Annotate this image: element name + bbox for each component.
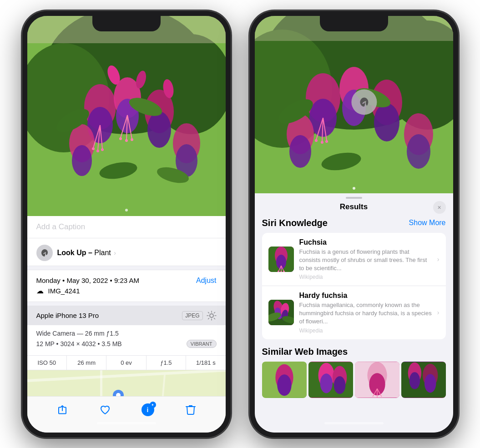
results-content: Siri Knowledge Show More (255, 216, 453, 433)
similar-image-2[interactable] (308, 362, 353, 398)
fuchsia-thumbnail (268, 247, 294, 272)
lens-text: Wide Camera — 26 mm ƒ1.5 (36, 330, 119, 337)
filename: IMG_4241 (48, 287, 80, 295)
similar-image-1[interactable] (262, 362, 307, 398)
svg-point-54 (407, 134, 430, 169)
leaf-icon (36, 245, 53, 261)
fuchsia-chevron: › (437, 256, 440, 263)
results-header: Results × (255, 199, 453, 216)
similar-section: Similar Web Images (262, 347, 446, 398)
aperture-spec: ƒ1.5 (147, 356, 186, 370)
close-button[interactable]: × (433, 201, 446, 214)
photo-area-right[interactable] (255, 16, 453, 193)
metadata-section: Monday • May 30, 2022 • 9:23 AM Adjust ☁… (27, 270, 226, 302)
svg-point-52 (289, 135, 311, 168)
knowledge-card: Fuchsia Fuchsia is a genus of flowering … (262, 233, 446, 339)
svg-point-17 (92, 147, 95, 150)
svg-point-23 (119, 137, 122, 140)
delete-button[interactable] (184, 403, 197, 416)
hardy-chevron: › (437, 309, 440, 316)
specs-row: ISO 50 26 mm 0 ev ƒ1.5 1/181 s (27, 355, 226, 370)
fuchsia-description: Fuchsia is a genus of flowering plants t… (299, 248, 432, 273)
svg-point-97 (409, 372, 420, 389)
iso-spec: ISO 50 (27, 356, 67, 370)
dot-indicator-right (353, 187, 355, 190)
knowledge-item-fuchsia[interactable]: Fuchsia Fuchsia is a genus of flowering … (262, 233, 446, 287)
adjust-button[interactable]: Adjust (196, 277, 216, 285)
knowledge-item-hardy[interactable]: Hardy fuchsia Fuchsia magellanica, commo… (262, 286, 446, 339)
gear-icon[interactable] (207, 311, 217, 321)
hardy-name: Hardy fuchsia (299, 292, 432, 300)
lens-row: Wide Camera — 26 mm ƒ1.5 (36, 330, 217, 337)
hardy-description: Fuchsia magellanica, commonly known as t… (299, 301, 432, 326)
svg-point-50 (374, 103, 399, 141)
svg-point-60 (325, 140, 328, 143)
home-indicator-right (324, 422, 384, 424)
similar-title: Similar Web Images (262, 347, 446, 357)
cloud-icon: ☁ (36, 287, 44, 295)
hardy-text: Hardy fuchsia Fuchsia magellanica, commo… (299, 292, 432, 334)
left-phone: Add a Caption Look Up – Plant › (22, 10, 231, 438)
photo-area-left[interactable] (27, 16, 226, 216)
svg-point-59 (321, 141, 323, 144)
svg-point-18 (96, 150, 99, 152)
svg-point-83 (277, 374, 291, 396)
lookup-section[interactable]: Look Up – Plant › (27, 238, 226, 266)
hardy-source: Wikipedia (299, 327, 432, 334)
fuchsia-source: Wikipedia (299, 274, 432, 280)
visual-lookup-badge[interactable] (351, 89, 377, 115)
similar-image-4[interactable] (401, 362, 446, 398)
show-more-button[interactable]: Show More (409, 219, 446, 227)
caption-placeholder: Add a Caption (36, 222, 86, 231)
page-indicator (125, 209, 128, 211)
lookup-chevron: › (114, 249, 116, 257)
photo-toolbar: i ✦ (27, 396, 226, 433)
left-screen-content: Add a Caption Look Up – Plant › (27, 16, 226, 433)
fuchsia-name: Fuchsia (299, 238, 432, 247)
right-phone-screen: Results × Siri Knowledge Show More (255, 16, 453, 433)
sparkle-badge: ✦ (150, 402, 156, 408)
svg-point-24 (125, 139, 128, 142)
siri-knowledge-title: Siri Knowledge (262, 218, 328, 228)
siri-knowledge-header: Siri Knowledge Show More (262, 218, 446, 228)
svg-point-58 (315, 139, 318, 142)
results-panel: Results × Siri Knowledge Show More (255, 193, 453, 433)
svg-point-11 (72, 145, 92, 176)
similar-images-row (262, 362, 446, 398)
camera-section: Apple iPhone 13 Pro JPEG Wide Camera — 2… (27, 306, 226, 370)
info-button[interactable]: i ✦ (141, 403, 154, 416)
svg-point-88 (333, 376, 345, 394)
right-phone: Results × Siri Knowledge Show More (249, 10, 459, 438)
ev-spec: 0 ev (106, 356, 146, 370)
shutter-spec: 1/181 s (186, 356, 225, 370)
format-badge-row: JPEG (182, 311, 216, 321)
focal-spec: 26 mm (67, 356, 106, 370)
fuchsia-text: Fuchsia Fuchsia is a genus of flowering … (299, 238, 432, 281)
similar-image-3[interactable] (355, 362, 399, 398)
caption-area[interactable]: Add a Caption (27, 216, 226, 238)
lookup-label: Look Up – Plant › (57, 249, 116, 257)
left-phone-screen: Add a Caption Look Up – Plant › (27, 16, 226, 433)
filter-badge: VIBRANT (187, 340, 217, 348)
mp-text: 12 MP • 3024 × 4032 • 3.5 MB (36, 340, 122, 347)
svg-point-19 (101, 148, 104, 151)
format-badge: JPEG (182, 311, 202, 320)
notch (92, 16, 161, 31)
camera-model: Apple iPhone 13 Pro (36, 312, 99, 319)
svg-point-25 (131, 138, 133, 141)
svg-point-99 (424, 374, 435, 393)
right-screen-content: Results × Siri Knowledge Show More (255, 16, 453, 433)
date-text: Monday • May 30, 2022 • 9:23 AM (36, 277, 139, 284)
home-indicator-left (97, 422, 156, 424)
mp-row: 12 MP • 3024 × 4032 • 3.5 MB VIBRANT (36, 340, 217, 348)
share-button[interactable] (56, 403, 69, 416)
notch-right (320, 16, 388, 31)
favorite-button[interactable] (99, 403, 111, 416)
results-title: Results (340, 202, 368, 211)
svg-point-34 (210, 314, 213, 317)
hardy-thumbnail (268, 300, 294, 325)
svg-point-86 (320, 373, 332, 393)
svg-point-9 (147, 111, 171, 148)
